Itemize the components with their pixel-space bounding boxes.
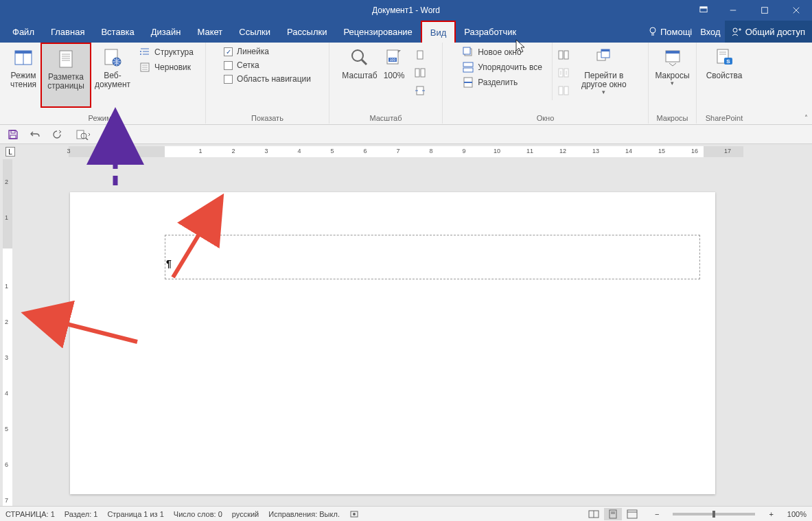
group-views-label: Режимы — [0, 114, 205, 122]
print-layout-icon — [607, 509, 618, 519]
web-layout-shortcut[interactable] — [623, 508, 641, 520]
save-icon — [8, 129, 19, 140]
new-window-button[interactable]: Новое окно — [463, 47, 542, 58]
zoom-out-button[interactable]: − — [651, 510, 663, 518]
horizontal-ruler[interactable]: 3211234567891011121314151617 — [69, 146, 743, 157]
paragraph-mark: ¶ — [166, 258, 172, 269]
web-layout-icon — [627, 509, 638, 519]
status-page-of[interactable]: Страница 1 из 1 — [107, 510, 163, 518]
group-sharepoint-label: SharePoint — [697, 114, 752, 122]
draft-button[interactable]: Черновик — [139, 62, 194, 73]
collapse-ribbon-button[interactable]: ˄ — [804, 114, 808, 121]
ribbon-view: Режим чтения Разметка страницы Веб-докум… — [0, 43, 812, 125]
tab-insert[interactable]: Вставка — [93, 21, 142, 43]
zoom-level[interactable]: 100% — [787, 510, 807, 518]
svg-rect-38 — [421, 69, 425, 77]
page-width-button[interactable] — [415, 85, 426, 96]
tab-file[interactable]: Файл — [4, 21, 43, 43]
print-layout-shortcut[interactable] — [604, 508, 622, 520]
side-by-side-icon — [558, 49, 569, 60]
document-page[interactable]: ¶ — [70, 192, 715, 494]
read-mode-shortcut[interactable] — [585, 508, 603, 520]
one-page-button[interactable] — [415, 49, 426, 60]
tab-references[interactable]: Ссылки — [231, 21, 279, 43]
split-button[interactable]: Разделить — [463, 77, 542, 88]
zoom-slider[interactable] — [673, 513, 755, 516]
sync-scroll-button[interactable] — [558, 67, 569, 78]
window-title: Документ1 - Word — [372, 5, 440, 15]
svg-line-32 — [362, 60, 367, 65]
group-sharepoint: S Свойства SharePoint — [697, 43, 752, 124]
status-bar: СТРАНИЦА: 1 Раздел: 1 Страница 1 из 1 Чи… — [0, 506, 812, 521]
group-macros-label: Макросы — [649, 114, 696, 122]
zoom-icon — [349, 47, 371, 69]
split-icon — [463, 77, 474, 88]
text-box[interactable] — [165, 235, 700, 279]
undo-button[interactable] — [29, 128, 41, 141]
print-preview-button[interactable] — [73, 128, 93, 141]
properties-button[interactable]: S Свойства — [698, 43, 750, 108]
maximize-button[interactable] — [749, 0, 780, 21]
svg-point-6 — [650, 27, 656, 33]
ruler-checkbox[interactable]: ✓ Линейка — [224, 47, 311, 56]
page-scroll[interactable]: ¶ — [15, 159, 812, 506]
tab-review[interactable]: Рецензирование — [335, 21, 420, 43]
tab-layout[interactable]: Макет — [189, 21, 231, 43]
status-page[interactable]: СТРАНИЦА: 1 — [5, 510, 55, 518]
navigation-pane-checkbox[interactable]: Область навигации — [224, 74, 311, 84]
redo-button[interactable] — [51, 128, 63, 141]
ribbon-display-options-button[interactable] — [690, 0, 717, 21]
status-section[interactable]: Раздел: 1 — [65, 510, 98, 518]
outline-button[interactable]: Структура — [139, 47, 194, 58]
status-track-changes[interactable]: Исправления: Выкл. — [268, 510, 340, 518]
macros-button[interactable]: Макросы ▾ — [650, 43, 695, 108]
view-side-by-side-button[interactable] — [558, 49, 569, 60]
svg-rect-53 — [564, 86, 568, 95]
zoom-100-icon: 100 — [383, 47, 405, 69]
minimize-button[interactable] — [717, 0, 749, 21]
tell-me-button[interactable]: Помощі — [644, 21, 696, 43]
switch-windows-button[interactable]: Перейти в другое окно ▾ — [575, 43, 634, 108]
read-mode-button[interactable]: Режим чтения — [6, 43, 40, 108]
reset-position-button[interactable] — [558, 85, 569, 96]
share-button[interactable]: Общий доступ — [725, 21, 812, 43]
titlebar: Документ1 - Word — [0, 0, 812, 21]
svg-point-9 — [733, 28, 737, 32]
svg-line-68 — [86, 138, 88, 140]
tab-mailings[interactable]: Рассылки — [279, 21, 335, 43]
arrange-all-icon — [463, 62, 474, 73]
tab-view[interactable]: Вид — [421, 21, 456, 43]
gridlines-checkbox[interactable]: Сетка — [224, 60, 311, 70]
svg-rect-73 — [610, 510, 616, 518]
web-layout-button[interactable]: Веб-документ — [91, 43, 134, 108]
sync-scroll-icon — [558, 67, 569, 78]
zoom-button[interactable]: Масштаб — [340, 43, 379, 108]
svg-rect-48 — [559, 51, 563, 59]
print-layout-button[interactable]: Разметка страницы — [40, 43, 91, 108]
read-mode-icon — [588, 509, 599, 519]
login-button[interactable]: Вход — [696, 21, 724, 43]
save-button[interactable] — [7, 128, 19, 141]
tab-developer[interactable]: Разработчик — [456, 21, 524, 43]
read-mode-icon — [12, 47, 34, 69]
svg-rect-43 — [463, 47, 470, 54]
status-language[interactable]: русский — [232, 510, 259, 518]
tab-selector[interactable]: L — [0, 144, 69, 159]
group-window-label: Окно — [443, 114, 648, 122]
document-area: 211234567 ¶ — [0, 159, 812, 506]
zoom-100-button[interactable]: 100 100% — [379, 43, 409, 108]
group-window: Новое окно Упорядочить все Разделить — [443, 43, 649, 124]
ribbon-tabs: Файл Главная Вставка Дизайн Макет Ссылки… — [0, 21, 812, 43]
horizontal-ruler-row: L 3211234567891011121314151617 — [0, 144, 812, 159]
tab-home[interactable]: Главная — [43, 21, 93, 43]
macro-recording-button[interactable] — [349, 509, 359, 519]
status-word-count[interactable]: Число слов: 0 — [174, 510, 222, 518]
tab-design[interactable]: Дизайн — [143, 21, 189, 43]
svg-rect-44 — [463, 62, 473, 67]
one-page-icon — [415, 49, 426, 60]
multiple-pages-button[interactable] — [415, 67, 426, 78]
close-button[interactable] — [780, 0, 812, 21]
arrange-all-button[interactable]: Упорядочить все — [463, 62, 542, 73]
zoom-in-button[interactable]: + — [765, 510, 777, 518]
vertical-ruler[interactable]: 211234567 — [0, 159, 15, 506]
